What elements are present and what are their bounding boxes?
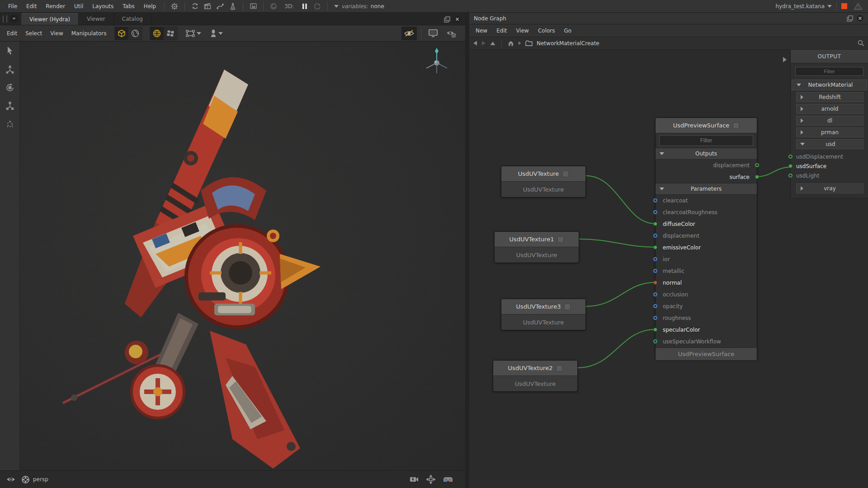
port-row-usdsurface[interactable]: usdSurface	[796, 161, 868, 171]
param-row-occlusion[interactable]: occlusion	[656, 289, 757, 300]
output-row-surface[interactable]: surface	[656, 171, 757, 183]
translate-tool-button[interactable]	[0, 61, 20, 79]
param-row-normal[interactable]: normal	[656, 277, 757, 289]
param-row-clearcoatroughness[interactable]: clearcoatRoughness	[656, 206, 757, 218]
node-title[interactable]: UsdUVTexture2	[493, 361, 577, 376]
search-icon[interactable]	[858, 40, 864, 47]
param-row-diffusecolor[interactable]: diffuseColor	[656, 218, 757, 230]
port-displacement-out[interactable]	[755, 163, 759, 167]
quad-view-button[interactable]	[164, 27, 177, 40]
render-scene-icon[interactable]	[248, 1, 258, 11]
port-row-usdlight[interactable]: usdLight	[796, 171, 868, 180]
renderer-vray[interactable]: vray	[796, 183, 863, 193]
pane-menu-button[interactable]	[10, 15, 18, 23]
port-opacity[interactable]	[653, 304, 657, 308]
viewer-menu-manipulators[interactable]: Manipulators	[67, 25, 111, 42]
outputs-section-header[interactable]: Outputs	[656, 148, 757, 160]
port-usddisplacement[interactable]	[788, 155, 793, 159]
menu-help[interactable]: Help	[139, 0, 160, 13]
recycle-icon[interactable]	[190, 1, 200, 11]
pivot-tool-button[interactable]	[0, 115, 20, 133]
node-usduvtexture[interactable]: UsdUVTexture UsdUVTexture	[501, 166, 586, 197]
node-usduvtexture2[interactable]: UsdUVTexture2 UsdUVTexture	[493, 360, 578, 392]
light-view-dropdown[interactable]	[210, 29, 223, 38]
pane-splitter[interactable]	[465, 13, 469, 488]
param-row-metallic[interactable]: metallic	[656, 265, 757, 277]
menu-file[interactable]: File	[4, 0, 22, 13]
aperture-icon[interactable]	[22, 476, 29, 483]
node-filter-input[interactable]	[659, 135, 753, 146]
port-usdsurface[interactable]	[788, 164, 793, 168]
port-metallic[interactable]	[653, 269, 657, 273]
camera-name-label[interactable]: persp	[33, 476, 48, 483]
flask-icon[interactable]	[228, 1, 238, 11]
collapse-panel-icon[interactable]	[783, 57, 787, 62]
port-normal[interactable]	[653, 281, 657, 285]
spacecraft-model[interactable]	[20, 42, 465, 470]
ng-menu-edit[interactable]: Edit	[492, 24, 511, 37]
ng-menu-colors[interactable]: Colors	[533, 24, 560, 37]
ng-menu-view[interactable]: View	[511, 24, 533, 37]
pause-icon[interactable]	[300, 1, 310, 11]
menu-util[interactable]: Util	[70, 0, 88, 13]
param-row-opacity[interactable]: opacity	[656, 300, 757, 312]
renderer-prman[interactable]: prman	[796, 127, 863, 137]
nodegraph-canvas[interactable]: UsdUVTexture UsdUVTexture UsdUVTexture1 …	[469, 50, 868, 488]
popout-pane-icon[interactable]	[847, 15, 853, 22]
port-diffusecolor[interactable]	[653, 222, 657, 226]
popout-pane-icon[interactable]	[444, 16, 450, 23]
port-surface-out[interactable]	[755, 175, 759, 179]
settings-gear-icon[interactable]	[170, 1, 179, 11]
renderer-usd[interactable]: usd	[796, 139, 863, 149]
node-title[interactable]: UsdPreviewSurface	[656, 118, 757, 133]
flash-camera-icon[interactable]	[409, 476, 419, 483]
viewer-menu-select[interactable]: Select	[21, 25, 46, 42]
renderer-redshift[interactable]: Redshift	[796, 92, 863, 102]
home-icon[interactable]	[508, 40, 514, 47]
scale-tool-button[interactable]	[0, 97, 20, 115]
close-pane-icon[interactable]	[454, 16, 461, 23]
eye-icon[interactable]	[6, 476, 15, 483]
pane-grip-handle[interactable]	[3, 15, 7, 23]
stereo-glasses-icon[interactable]	[443, 476, 453, 483]
curve-tool-icon[interactable]	[215, 1, 225, 11]
warning-icon[interactable]	[853, 1, 863, 11]
clapperboard-icon[interactable]	[203, 1, 212, 11]
port-occlusion[interactable]	[653, 292, 657, 296]
menu-edit[interactable]: Edit	[22, 0, 41, 13]
output-row-displacement[interactable]: displacement	[656, 160, 757, 171]
wireframe-sphere-button[interactable]	[150, 27, 164, 40]
port-clearcoatroughness[interactable]	[653, 210, 657, 214]
marquee-select-dropdown[interactable]	[186, 29, 201, 38]
eye-checkbox-button[interactable]	[444, 27, 458, 40]
render-status-indicator[interactable]	[841, 3, 847, 9]
port-usespecularworkflow[interactable]	[653, 339, 657, 343]
tab-catalog[interactable]: Catalog	[114, 13, 151, 25]
port-row-usddisplacement[interactable]: usdDisplacement	[796, 152, 868, 161]
tab-viewer-hydra[interactable]: Viewer (Hydra)	[21, 13, 79, 25]
param-row-emissivecolor[interactable]: emissiveColor	[656, 242, 757, 253]
port-usdlight[interactable]	[788, 174, 793, 178]
forward-icon[interactable]	[481, 41, 486, 46]
variables-control[interactable]: variables: none	[334, 3, 384, 9]
port-ior[interactable]	[653, 257, 657, 261]
port-clearcoat[interactable]	[653, 198, 657, 202]
monitor-display-button[interactable]	[426, 27, 440, 40]
visibility-off-button[interactable]	[401, 27, 417, 40]
param-row-ior[interactable]: ior	[656, 253, 757, 265]
ng-menu-go[interactable]: Go	[560, 24, 576, 37]
menu-tabs[interactable]: Tabs	[118, 0, 139, 13]
menu-render[interactable]: Render	[41, 0, 70, 13]
param-row-usespecularworkflow[interactable]: useSpecularWorkflow	[656, 336, 757, 347]
node-title[interactable]: UsdUVTexture3	[501, 299, 585, 314]
back-icon[interactable]	[473, 41, 477, 46]
viewport-3d[interactable]	[20, 42, 465, 470]
port-specularcolor[interactable]	[653, 328, 657, 332]
param-row-specularcolor[interactable]: specularColor	[656, 324, 757, 336]
ng-menu-new[interactable]: New	[471, 24, 492, 37]
param-row-roughness[interactable]: roughness	[656, 312, 757, 324]
node-usduvtexture1[interactable]: UsdUVTexture1 UsdUVTexture	[494, 231, 579, 263]
rotate-tool-button[interactable]	[0, 79, 20, 97]
shaded-mode-button[interactable]	[115, 27, 128, 40]
output-filter-input[interactable]	[795, 67, 863, 76]
